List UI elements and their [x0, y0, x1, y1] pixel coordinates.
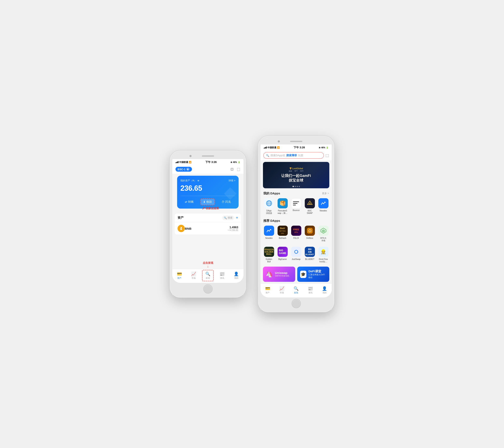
dapp-bethash[interactable]: Bet#BETTINGCPU Bethash — [276, 224, 289, 243]
tab-mine-left[interactable]: 👤 我的 — [232, 271, 240, 280]
recommended-row1: Newdex Bet#BETTINGCPU Bethash FREECPU FE… — [261, 224, 332, 245]
phone-speaker — [202, 155, 214, 157]
dapp-newdex2[interactable]: Newdex — [262, 224, 276, 243]
bnb-row[interactable]: BNB 1.4963 ≈ ¥ 236.65 — [175, 222, 241, 234]
uniswap-subtitle: DeFi牛市发动机 — [275, 274, 289, 277]
asset-search-box[interactable]: 🔍 搜索 — [222, 215, 234, 220]
tab-market-left[interactable]: 📈 市场 — [190, 271, 198, 280]
defi-promo[interactable]: 🎓 DeFi课堂 汇聚全网最火DeFi教程 — [297, 267, 329, 282]
network-badge[interactable]: BSC-1 ▶ — [176, 167, 192, 172]
left-screen-content: BSC-1 ▶ ⊡ ⬚ ◆ 我的资产（¥） — [172, 165, 243, 283]
asset-detail-link[interactable]: 详情 > — [229, 179, 235, 182]
uniswap-text: Uniswap DeFi牛市发动机 — [275, 271, 289, 277]
tab-market-right[interactable]: 📈 市场 — [278, 285, 286, 295]
discover-banner[interactable]: 🏆 LootGlobal 游戏NFTDeFi 让我们一起GamFi 掠宝全球 — [263, 162, 329, 188]
bnb-cny: ≈ ¥ 236.65 — [228, 229, 238, 231]
bscswap-label: BSCSWAP — [307, 210, 313, 215]
dapp-goldenbull[interactable]: TRX&EOSGOLDENBULL GoldenBull — [262, 246, 276, 264]
dfs-label: DFS大丰收 — [320, 237, 326, 242]
tab-discover-label-right: 发现 — [294, 291, 298, 294]
tab-assets-right[interactable]: 💳 资产 — [264, 285, 272, 295]
wifi-icon-right: 📶 — [277, 146, 280, 149]
search-input[interactable]: 🔍 搜索DApp或 搜索薄饼 玩耍 — [263, 152, 324, 159]
home-button-right[interactable] — [291, 299, 301, 308]
dapp-bounce[interactable]: Bounce — [289, 197, 303, 216]
fullscreen-icon[interactable]: ⬚ — [325, 153, 329, 158]
receive-annotation-text: 收款点这里 — [206, 207, 219, 210]
bluebet-label: BLUEBET — [305, 258, 314, 261]
add-asset-button[interactable]: + — [236, 215, 238, 220]
search-icon: 🔍 — [224, 216, 227, 219]
bottom-tabs-wrapper-left: 点击发现 ↓ 💳 资产 📈 市场 — [172, 261, 243, 283]
pancake-label: PancakeSwap（薄… — [278, 210, 287, 215]
time-left: 下午 3:26 — [205, 160, 217, 164]
bottom-tabs-right: 💳 资产 📈 市场 🔍 发现 📰 资讯 — [261, 284, 332, 297]
dmd-icon: 👷 — [318, 247, 328, 257]
battery-icon-right: 🔋 — [326, 146, 328, 149]
phone-top-bar-right — [261, 138, 332, 144]
my-dapps-more[interactable]: 更多 > — [322, 192, 329, 195]
tab-discover-left[interactable]: 🔍 发现 — [204, 271, 212, 280]
compass-icon-right: 🔍 — [294, 286, 299, 291]
my-dapps-title: 我的 DApps — [263, 192, 280, 195]
dapp-felix[interactable]: FREECPU FELIX — [289, 224, 303, 243]
phone-bottom-left — [172, 283, 243, 295]
qr-icon[interactable]: ⬚ — [237, 167, 240, 171]
dapp-bluebet[interactable]: 周年庆典BLUEBET BLUEBET — [303, 246, 317, 264]
biggame-icon: BiGGAME — [278, 247, 288, 257]
scan-icon[interactable]: ⊡ — [231, 167, 234, 171]
uniswap-title: Uniswap — [275, 271, 289, 274]
search-placeholder-text: 搜索 — [228, 216, 233, 219]
market-icon-right: 📈 — [279, 286, 285, 291]
asset-card: ◆ 我的资产（¥） 👁 详情 > 236.65 ⇄ — [177, 176, 239, 209]
home-button-left[interactable] — [203, 284, 213, 294]
dapp-pancake[interactable]: 🥞 PancakeSwap（薄… — [276, 197, 289, 216]
browser-label: DApp浏览器 — [266, 210, 272, 215]
bscswap-icon — [305, 198, 315, 208]
search-placeholder: 搜索DApp或 — [270, 154, 285, 157]
tab-news-left[interactable]: 📰 资讯 — [218, 271, 226, 280]
defi-title: DeFi课堂 — [308, 269, 326, 273]
time-right: 下午 3:26 — [294, 146, 305, 149]
dapp-biggame[interactable]: BiGGAME BigGame — [276, 246, 289, 264]
uniswap-promo[interactable]: 🦄 Uniswap DeFi牛市发动机 — [263, 267, 295, 282]
bounce-label: Bounce — [293, 209, 300, 212]
discover-dashed-box — [202, 270, 214, 281]
receive-button[interactable]: ⬇ 收款 — [200, 198, 215, 205]
goldenbull-label: GoldenBull — [266, 258, 272, 263]
bluebet-icon: 周年庆典BLUEBET — [305, 247, 315, 257]
banner-logo: 🏆 LootGlobal — [281, 167, 311, 170]
receive-icon: ⬇ — [203, 200, 206, 203]
assets-search-add: 🔍 搜索 + — [222, 215, 238, 220]
status-right-right: ⊕ 46% 🔋 — [319, 146, 328, 149]
felix-label: FELIX — [293, 237, 299, 239]
dapp-bscswap[interactable]: BSCSWAP — [303, 197, 317, 216]
justswap-label: JustSwap — [292, 258, 301, 261]
assets-title: 资产 — [178, 216, 184, 220]
carrier-right: 中国联通 — [268, 146, 276, 149]
tab-discover-right[interactable]: 🔍 发现 — [292, 285, 300, 295]
dapp-justswap[interactable]: JustSwap — [289, 246, 303, 264]
scene: 中国联通 📶 下午 3:26 ⊕ 46% 🔋 BSC-1 ▶ — [170, 136, 334, 312]
header-icons: ⊡ ⬚ — [231, 167, 240, 171]
phone-top-bar — [172, 153, 243, 159]
tab-news-right[interactable]: 📰 资讯 — [306, 285, 314, 295]
tab-market-label-right: 市场 — [280, 291, 284, 294]
transfer-button[interactable]: ⇄ 转账 — [182, 198, 196, 205]
bethash-label: Bethash — [279, 237, 286, 239]
tab-assets-left[interactable]: 💳 资产 — [175, 271, 184, 280]
status-right-left: ⊕ 46% 🔋 — [231, 161, 240, 163]
my-dapps-header: 我的 DApps 更多 > — [261, 190, 332, 196]
dapp-newdex[interactable]: Newdex — [317, 197, 330, 216]
tab-mine-right[interactable]: 👤 我的 — [320, 285, 329, 295]
assets-header: 资产 🔍 搜索 + — [175, 214, 241, 222]
asset-label-text: 我的资产（¥） — [180, 179, 197, 182]
dapp-defibox[interactable]: ⬡ Defibox — [303, 224, 317, 243]
dapp-dmd[interactable]: 👷 Dmd.Finance(钻… — [317, 246, 330, 264]
dapp-dfs[interactable]: DFS大丰收 — [317, 224, 330, 243]
dmd-label: Dmd.Finance(钻… — [319, 258, 328, 263]
receive-arrow-icon: ↗ — [202, 206, 205, 211]
left-phone: 中国联通 📶 下午 3:26 ⊕ 46% 🔋 BSC-1 ▶ — [170, 151, 246, 297]
my-dapps-grid: DApp浏览器 🥞 PancakeSwap（薄… — [261, 196, 332, 217]
dapp-browser[interactable]: DApp浏览器 — [262, 197, 276, 216]
